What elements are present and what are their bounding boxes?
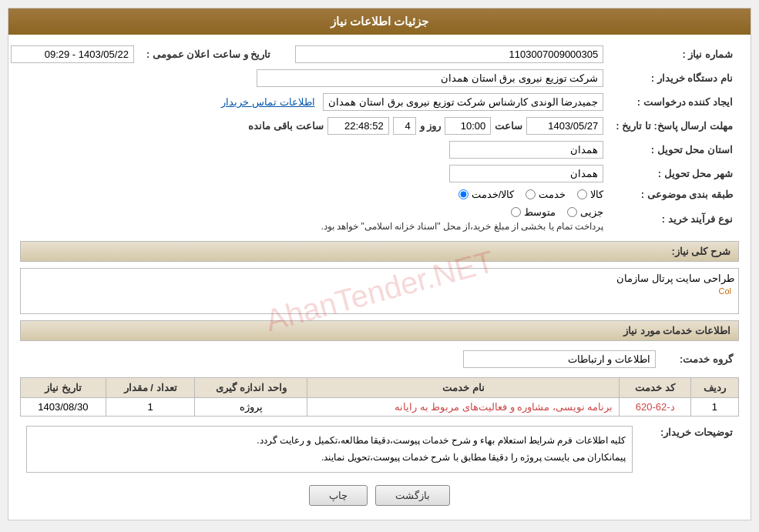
need-description-area: طراحی سایت پرتال سازمان AhanTender.NET C…	[20, 268, 739, 314]
process-label: نوع فرآیند خرید :	[610, 203, 739, 235]
th-date: تاریخ نیاز	[21, 378, 106, 398]
category-row: طبقه بندی موضوعی : کالا خدمت	[5, 186, 739, 203]
radio-khadamat-input[interactable]	[526, 189, 536, 199]
th-unit: واحد اندازه گیری	[195, 378, 307, 398]
radio-kala-khadamat-input[interactable]	[458, 189, 468, 199]
th-row-num: ردیف	[690, 378, 738, 398]
radio-khadamat-label: خدمت	[539, 189, 566, 200]
radio-khadamat: خدمت	[526, 189, 566, 200]
radio-motavaset-input[interactable]	[511, 207, 521, 217]
buyer-org-label: نام دستگاه خریدار :	[610, 66, 739, 90]
process-value-cell: جزیی متوسط پرداخت تمام یا بخشی از مبلغ خ…	[5, 203, 610, 235]
city-row: شهر محل تحویل : همدان	[5, 162, 739, 186]
creator-label: ایجاد کننده درخواست :	[610, 90, 739, 114]
col-badge: Col	[718, 286, 731, 296]
process-note: پرداخت تمام یا بخشی از مبلغ خرید،از محل …	[11, 221, 603, 232]
contact-link[interactable]: اطلاعات تماس خریدار	[221, 96, 314, 108]
province-value: همدان	[449, 141, 603, 159]
buyer-org-value-cell: شرکت توزیع نیروی برق استان همدان	[5, 66, 610, 90]
services-table: ردیف کد خدمت نام خدمت واحد اندازه گیری ت…	[20, 377, 739, 417]
cell-name: برنامه نویسی، مشاوره و فعالیت‌های مربوط …	[307, 398, 620, 417]
main-card: جزئیات اطلاعات نیاز شماره نیاز : 1103007…	[8, 8, 751, 520]
creator-row: ایجاد کننده درخواست : جمیدرضا الوندی کار…	[5, 90, 739, 114]
button-row: بازگشت چاپ	[20, 476, 739, 512]
province-row: استان محل تحویل : همدان	[5, 138, 739, 162]
buyer-notes-label: توضیحات خریدار:	[639, 423, 739, 476]
service-group-value: اطلاعات و ارتباطات	[463, 350, 656, 368]
need-number-value-cell: 1103007009000305	[289, 42, 610, 66]
province-value-cell: همدان	[5, 138, 610, 162]
print-button[interactable]: چاپ	[309, 485, 368, 506]
cell-unit: پروژه	[195, 398, 307, 417]
card-body: شماره نیاز : 1103007009000305 تاریخ و سا…	[8, 35, 751, 520]
card-header: جزئیات اطلاعات نیاز	[8, 8, 751, 35]
city-value-cell: همدان	[5, 162, 610, 186]
radio-kala-khadamat-label: کالا/خدمت	[472, 189, 515, 200]
announce-date-value: 1403/05/22 - 09:29	[11, 45, 134, 63]
buyer-notes-line1: کلیه اطلاعات فرم شرایط استعلام بهاء و شر…	[33, 433, 626, 450]
radio-motavaset-label: متوسط	[524, 206, 556, 218]
radio-kala-khadamat: کالا/خدمت	[458, 189, 515, 200]
need-description-value: طراحی سایت پرتال سازمان	[616, 273, 734, 284]
category-value-cell: کالا خدمت کالا/خدمت	[5, 186, 610, 203]
need-description-box: طراحی سایت پرتال سازمان	[20, 268, 739, 314]
buyer-org-row: نام دستگاه خریدار : شرکت توزیع نیروی برق…	[5, 66, 739, 90]
th-count: تعداد / مقدار	[106, 378, 195, 398]
deadline-value-cell: 1403/05/27 ساعت 10:00 روز و 4 22:48:52 س…	[5, 114, 610, 138]
city-value: همدان	[449, 165, 603, 182]
radio-motavaset: متوسط	[511, 206, 556, 218]
buyer-notes-row: توضیحات خریدار: کلیه اطلاعات فرم شرایط ا…	[20, 423, 739, 476]
deadline-days: 4	[393, 117, 416, 135]
need-number-value: 1103007009000305	[295, 45, 603, 63]
announce-date-value-cell: 1403/05/22 - 09:29	[5, 42, 140, 66]
creator-value-cell: جمیدرضا الوندی کارشناس شرکت توزیع نیروی …	[5, 90, 610, 114]
radio-jozee-input[interactable]	[567, 207, 577, 217]
table-row: 1 د-62-620 برنامه نویسی، مشاوره و فعالیت…	[21, 398, 739, 417]
radio-kala: کالا	[577, 189, 603, 200]
deadline-label: مهلت ارسال پاسخ: تا تاریخ :	[610, 114, 739, 138]
services-section-title: اطلاعات خدمات مورد نیاز	[20, 320, 739, 341]
creator-value: جمیدرضا الوندی کارشناس شرکت توزیع نیروی …	[323, 93, 603, 111]
services-table-head: ردیف کد خدمت نام خدمت واحد اندازه گیری ت…	[21, 378, 739, 398]
radio-kala-label: کالا	[590, 189, 603, 200]
city-label: شهر محل تحویل :	[610, 162, 739, 186]
deadline-time: 10:00	[445, 117, 491, 135]
deadline-date: 1403/05/27	[526, 117, 603, 135]
back-button[interactable]: بازگشت	[375, 485, 450, 506]
services-table-header-row: ردیف کد خدمت نام خدمت واحد اندازه گیری ت…	[21, 378, 739, 398]
buyer-notes-table: توضیحات خریدار: کلیه اطلاعات فرم شرایط ا…	[20, 423, 739, 476]
cell-count: 1	[106, 398, 195, 417]
deadline-days-label: روز و	[420, 120, 442, 132]
cell-code: د-62-620	[620, 398, 691, 417]
page-wrapper: جزئیات اطلاعات نیاز شماره نیاز : 1103007…	[0, 0, 759, 532]
deadline-row: مهلت ارسال پاسخ: تا تاریخ : 1403/05/27 س…	[5, 114, 739, 138]
deadline-time-label: ساعت	[495, 120, 522, 132]
services-table-body: 1 د-62-620 برنامه نویسی، مشاوره و فعالیت…	[21, 398, 739, 417]
announce-date-label: تاریخ و ساعت اعلان عمومی :	[140, 42, 277, 66]
deadline-remaining-label: ساعت باقی مانده	[248, 120, 323, 132]
need-number-row: شماره نیاز : 1103007009000305 تاریخ و سا…	[5, 42, 739, 66]
radio-jozee: جزیی	[567, 206, 603, 218]
th-code: کد خدمت	[620, 378, 691, 398]
buyer-notes-box: کلیه اطلاعات فرم شرایط استعلام بهاء و شر…	[26, 426, 633, 473]
service-group-row: گروه خدمت: اطلاعات و ارتباطات	[20, 347, 739, 371]
category-radio-group: کالا خدمت کالا/خدمت	[11, 189, 603, 200]
radio-jozee-label: جزیی	[580, 206, 603, 218]
cell-date: 1403/08/30	[21, 398, 106, 417]
deadline-date-row: 1403/05/27 ساعت 10:00 روز و 4 22:48:52 س…	[11, 117, 603, 135]
service-group-table: گروه خدمت: اطلاعات و ارتباطات	[20, 347, 739, 371]
buyer-notes-value-cell: کلیه اطلاعات فرم شرایط استعلام بهاء و شر…	[20, 423, 639, 476]
page-title: جزئیات اطلاعات نیاز	[331, 15, 428, 28]
service-group-label: گروه خدمت:	[662, 347, 739, 371]
radio-kala-input[interactable]	[577, 189, 587, 199]
buyer-notes-line2: پیمانکاران می بایست پروژه را دقیقا مطابق…	[33, 450, 626, 467]
info-table-top: شماره نیاز : 1103007009000305 تاریخ و سا…	[5, 42, 739, 235]
need-description-title: شرح کلی نیاز:	[20, 241, 739, 262]
deadline-remaining: 22:48:52	[327, 117, 389, 135]
process-radio-group: جزیی متوسط	[11, 206, 603, 218]
need-number-label: شماره نیاز :	[610, 42, 739, 66]
buyer-org-value: شرکت توزیع نیروی برق استان همدان	[257, 69, 603, 87]
cell-row-num: 1	[690, 398, 738, 417]
province-label: استان محل تحویل :	[610, 138, 739, 162]
service-group-value-cell: اطلاعات و ارتباطات	[20, 347, 662, 371]
